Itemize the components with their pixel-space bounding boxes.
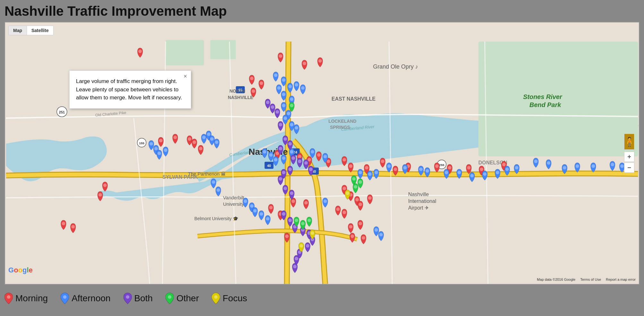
svg-text:Stones River: Stones River: [523, 93, 563, 100]
popup-text: Large volume of traffic merging from rig…: [76, 77, 183, 102]
legend-pin-afternoon: [61, 293, 69, 304]
svg-point-183: [63, 295, 67, 299]
svg-point-182: [7, 295, 11, 299]
legend-pin-focus: [212, 293, 220, 304]
legend-item-both: Both: [123, 293, 153, 304]
svg-text:DONELSON: DONELSON: [479, 160, 507, 165]
legend-label-afternoon: Afternoon: [72, 293, 110, 304]
zoom-out-button[interactable]: −: [624, 162, 634, 173]
legend-pin-morning: [4, 293, 13, 304]
svg-rect-7: [210, 40, 236, 59]
report-error-link[interactable]: Report a map error: [606, 278, 636, 281]
svg-text:Airport ✈: Airport ✈: [408, 205, 429, 211]
svg-text:University: University: [223, 202, 244, 207]
svg-text:International: International: [408, 199, 436, 204]
svg-point-186: [214, 295, 218, 299]
map-container: Cumberland River Cumberland River Stones…: [4, 22, 640, 285]
svg-text:SPRINGS: SPRINGS: [330, 125, 350, 130]
legend-label-morning: Morning: [15, 293, 48, 304]
svg-point-184: [126, 295, 129, 299]
svg-point-185: [168, 295, 172, 299]
legend-label-other: Other: [176, 293, 199, 304]
map-attribution: Map data ©2016 Google Terms of Use Repor…: [533, 278, 636, 281]
svg-text:EAST NASHVILLE: EAST NASHVILLE: [332, 96, 376, 102]
svg-text:The Parthenon 🏛: The Parthenon 🏛: [188, 171, 226, 177]
legend-label-focus: Focus: [223, 293, 247, 304]
svg-text:24: 24: [293, 150, 297, 154]
google-logo: Google: [8, 266, 33, 274]
svg-text:40: 40: [312, 170, 316, 173]
map-copyright: Map data ©2016 Google: [537, 278, 575, 281]
page-title: Nashville Traffic Improvement Map: [4, 3, 640, 19]
svg-text:251: 251: [59, 110, 65, 114]
legend-item-afternoon: Afternoon: [61, 293, 110, 304]
legend-pin-other: [165, 293, 174, 304]
svg-text:Belmont University 🎓: Belmont University 🎓: [194, 216, 239, 221]
satellite-view-button[interactable]: Satellite: [27, 26, 53, 35]
svg-text:155: 155: [139, 142, 144, 145]
svg-text:Bend Park: Bend Park: [530, 101, 561, 108]
popup-close-button[interactable]: ×: [183, 73, 187, 79]
legend: Morning Afternoon Both Other Focus: [4, 285, 640, 310]
svg-text:NORTH: NORTH: [229, 88, 245, 94]
legend-pin-both: [123, 293, 132, 304]
svg-text:Grand Ole Opry ♪: Grand Ole Opry ♪: [373, 64, 418, 70]
legend-item-morning: Morning: [4, 293, 48, 304]
legend-label-both: Both: [134, 293, 153, 304]
svg-text:Nashville: Nashville: [408, 192, 429, 197]
map-controls: Map Satellite: [8, 26, 54, 35]
svg-text:255: 255: [439, 163, 445, 167]
svg-text:Nashville: Nashville: [249, 147, 288, 157]
zoom-controls: 🧍 + −: [624, 134, 634, 173]
legend-item-focus: Focus: [212, 293, 247, 304]
svg-text:LOCKELAND: LOCKELAND: [328, 119, 356, 124]
svg-text:40: 40: [267, 164, 271, 168]
map-background: Cumberland River Cumberland River Stones…: [5, 22, 639, 284]
terms-of-use-link[interactable]: Terms of Use: [580, 278, 601, 281]
svg-text:NASHVILLE: NASHVILLE: [228, 95, 253, 100]
zoom-in-button[interactable]: +: [624, 152, 634, 162]
pegman-icon[interactable]: 🧍: [624, 134, 634, 150]
legend-item-other: Other: [165, 293, 199, 304]
svg-rect-6: [165, 40, 204, 66]
map-view-button[interactable]: Map: [9, 26, 27, 35]
svg-text:Vanderbilt: Vanderbilt: [223, 195, 245, 201]
info-popup: × Large volume of traffic merging from r…: [69, 71, 191, 109]
